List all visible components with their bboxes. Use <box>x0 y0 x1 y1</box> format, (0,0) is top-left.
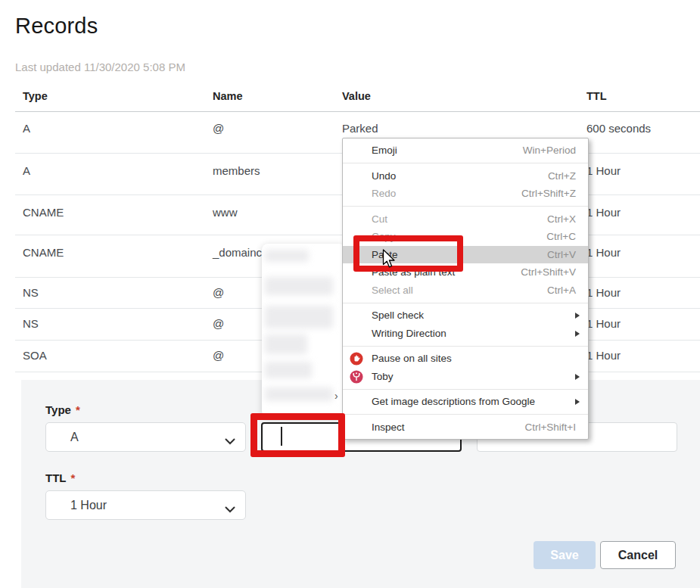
last-updated-text: Last updated 11/30/2020 5:08 PM <box>15 61 185 73</box>
cell-name: _domainc <box>213 246 262 259</box>
chevron-down-icon <box>225 434 235 448</box>
menu-item-cut: CutCtrl+X <box>343 210 588 229</box>
menu-item-pause-on-all-sites[interactable]: Pause on all sites <box>343 350 588 368</box>
menu-item-emoji[interactable]: EmojiWin+Period <box>343 142 588 160</box>
menu-item-label: Spell check <box>372 310 424 321</box>
menu-item-shortcut: Ctrl+Shift+V <box>521 266 576 278</box>
cell-name: @ <box>213 122 224 135</box>
menu-item-shortcut: Ctrl+C <box>546 231 576 242</box>
menu-item-label: Undo <box>372 170 396 182</box>
toby-icon <box>350 370 363 384</box>
cell-type: CNAME <box>23 246 64 259</box>
submenu-arrow-icon <box>575 331 580 337</box>
redacted-suggestion <box>265 362 312 378</box>
redacted-suggestion <box>265 387 333 401</box>
submenu-arrow-icon <box>575 313 580 319</box>
ttl-select[interactable]: 1 Hour <box>45 490 246 520</box>
cell-ttl: 600 seconds <box>586 122 651 135</box>
menu-separator <box>343 303 588 303</box>
menu-item-label: Select all <box>372 285 413 296</box>
stray-glyph: › <box>334 390 338 402</box>
cell-name: @ <box>213 317 224 330</box>
highlight-box-paste <box>353 235 463 272</box>
menu-item-label: Inspect <box>372 422 405 433</box>
column-header-value: Value <box>342 90 371 102</box>
menu-item-writing-direction[interactable]: Writing Direction <box>343 325 588 343</box>
menu-item-label: Toby <box>372 371 394 382</box>
redacted-suggestion <box>265 306 333 328</box>
menu-item-shortcut: Ctrl+Shift+I <box>524 422 576 433</box>
save-button[interactable]: Save <box>534 541 596 569</box>
menu-item-shortcut: Ctrl+X <box>547 213 576 225</box>
menu-separator <box>343 346 588 347</box>
menu-separator <box>343 389 588 390</box>
menu-item-label: Emoji <box>372 145 397 156</box>
menu-item-toby[interactable]: Toby <box>343 368 588 386</box>
cell-ttl: 1 Hour <box>586 206 621 219</box>
type-field-label: Type* <box>45 403 80 416</box>
menu-item-get-image-descriptions-from-google[interactable]: Get image descriptions from Google <box>343 393 588 411</box>
menu-item-label: Pause on all sites <box>372 353 452 364</box>
cell-type: NS <box>23 286 39 299</box>
menu-item-inspect[interactable]: InspectCtrl+Shift+I <box>343 418 588 437</box>
cell-type: NS <box>23 317 39 330</box>
menu-item-shortcut: Ctrl+Z <box>548 170 576 182</box>
menu-item-shortcut: Ctrl+Shift+Z <box>521 188 576 199</box>
cell-ttl: 1 Hour <box>586 164 621 177</box>
menu-item-label: Get image descriptions from Google <box>372 396 535 407</box>
menu-separator <box>343 163 588 163</box>
cell-type: SOA <box>23 349 47 362</box>
cell-type: A <box>23 164 30 177</box>
cell-ttl: 1 Hour <box>586 286 621 299</box>
menu-item-undo[interactable]: UndoCtrl+Z <box>343 167 588 185</box>
menu-item-label: Cut <box>372 213 387 225</box>
menu-item-shortcut: Ctrl+A <box>547 285 576 296</box>
cell-ttl: 1 Hour <box>586 317 621 330</box>
menu-item-label: Redo <box>372 188 396 199</box>
menu-item-spell-check[interactable]: Spell check <box>343 306 588 325</box>
type-select[interactable]: A <box>45 422 246 452</box>
page-title: Records <box>15 14 98 39</box>
cell-type: A <box>23 122 30 135</box>
menu-item-redo: RedoCtrl+Shift+Z <box>343 185 588 203</box>
cell-value: Parked <box>342 122 378 135</box>
required-asterisk: * <box>76 403 80 416</box>
cell-ttl: 1 Hour <box>586 246 621 259</box>
redacted-suggestion <box>265 334 307 354</box>
cancel-button[interactable]: Cancel <box>600 541 676 569</box>
column-header-name: Name <box>213 90 243 102</box>
submenu-arrow-icon <box>575 374 580 380</box>
mouse-cursor-icon <box>382 249 397 272</box>
cell-ttl: 1 Hour <box>586 349 621 362</box>
autofill-dropdown <box>262 244 345 417</box>
highlight-box-name-input <box>250 413 345 457</box>
context-menu: EmojiWin+PeriodUndoCtrl+ZRedoCtrl+Shift+… <box>342 138 589 440</box>
menu-separator <box>343 414 588 415</box>
cell-name: @ <box>213 286 224 299</box>
submenu-arrow-icon <box>575 399 580 405</box>
dns-records-page: Records Last updated 11/30/2020 5:08 PM … <box>0 0 700 588</box>
column-header-ttl: TTL <box>586 90 607 102</box>
column-header-type: Type <box>23 90 48 102</box>
menu-item-select-all: Select allCtrl+A <box>343 282 588 300</box>
cell-name: www <box>213 206 238 219</box>
cell-name: members <box>213 164 260 177</box>
pause-hand-icon <box>350 352 363 366</box>
cell-name: @ <box>213 349 224 362</box>
cell-type: CNAME <box>23 206 64 219</box>
records-table-header: Type Name Value TTL <box>15 86 700 112</box>
menu-separator <box>343 206 588 207</box>
menu-item-shortcut: Win+Period <box>523 145 576 156</box>
menu-item-shortcut: Ctrl+V <box>547 249 576 260</box>
redacted-suggestion <box>265 277 333 295</box>
redacted-suggestion <box>265 250 309 262</box>
menu-item-label: Writing Direction <box>372 328 446 339</box>
ttl-field-label: TTL* <box>45 471 75 484</box>
chevron-down-icon <box>225 502 235 516</box>
required-asterisk: * <box>71 471 76 484</box>
